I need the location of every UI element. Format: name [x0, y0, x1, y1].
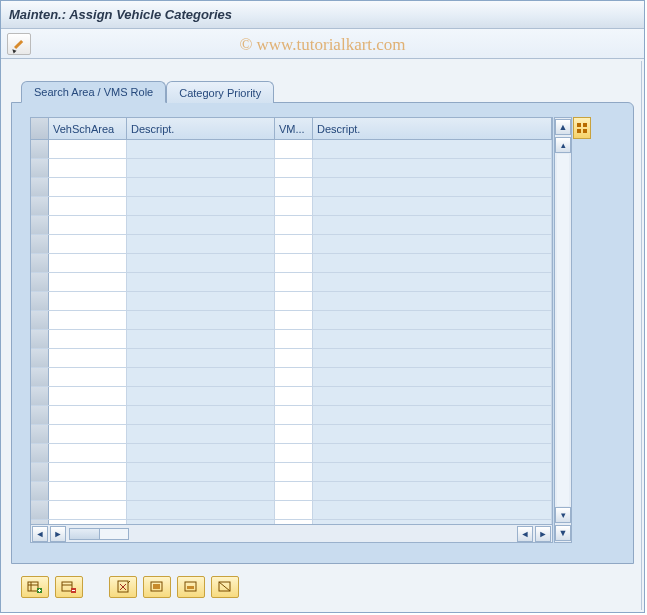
row-selector[interactable] — [31, 368, 49, 386]
cell-vehscharea[interactable] — [49, 216, 127, 234]
table-row[interactable] — [31, 273, 552, 292]
table-row[interactable] — [31, 311, 552, 330]
cell-vmsrole[interactable] — [275, 501, 313, 519]
deselect-all-button[interactable] — [211, 576, 239, 598]
cell-vehscharea[interactable] — [49, 368, 127, 386]
cell-vehscharea[interactable] — [49, 311, 127, 329]
table-row[interactable] — [31, 501, 552, 520]
cell-vehscharea[interactable] — [49, 425, 127, 443]
cell-vmsrole[interactable] — [275, 330, 313, 348]
col-header-vehscharea[interactable]: VehSchArea — [49, 118, 127, 139]
cell-vmsrole[interactable] — [275, 387, 313, 405]
cell-vmsrole[interactable] — [275, 292, 313, 310]
v-scroll-track[interactable] — [557, 154, 569, 506]
cell-vmsrole[interactable] — [275, 178, 313, 196]
scroll-down-button[interactable]: ▼ — [555, 525, 571, 541]
col-header-vmsrole[interactable]: VM... — [275, 118, 313, 139]
cell-vmsrole[interactable] — [275, 444, 313, 462]
row-selector[interactable] — [31, 406, 49, 424]
table-row[interactable] — [31, 406, 552, 425]
cell-vmsrole[interactable] — [275, 311, 313, 329]
cell-vehscharea[interactable] — [49, 273, 127, 291]
cell-vmsrole[interactable] — [275, 235, 313, 253]
cell-vehscharea[interactable] — [49, 140, 127, 158]
table-row[interactable] — [31, 368, 552, 387]
scroll-right-step-button[interactable]: ► — [50, 526, 66, 542]
table-row[interactable] — [31, 197, 552, 216]
scroll-down-step-button[interactable]: ▾ — [555, 507, 571, 523]
row-selector[interactable] — [31, 292, 49, 310]
h-scroll-track[interactable] — [69, 528, 129, 540]
row-selector[interactable] — [31, 425, 49, 443]
cell-vmsrole[interactable] — [275, 140, 313, 158]
cell-vmsrole[interactable] — [275, 368, 313, 386]
delete-button[interactable] — [109, 576, 137, 598]
select-block-button[interactable] — [177, 576, 205, 598]
row-selector[interactable] — [31, 311, 49, 329]
cell-vehscharea[interactable] — [49, 254, 127, 272]
cell-vehscharea[interactable] — [49, 178, 127, 196]
scroll-right-end-button[interactable]: ► — [535, 526, 551, 542]
cell-vehscharea[interactable] — [49, 235, 127, 253]
cell-vehscharea[interactable] — [49, 463, 127, 481]
cell-vmsrole[interactable] — [275, 406, 313, 424]
col-header-descript2[interactable]: Descript. — [313, 118, 552, 139]
cell-vmsrole[interactable] — [275, 463, 313, 481]
scroll-left-end-button[interactable]: ◄ — [517, 526, 533, 542]
table-row[interactable] — [31, 178, 552, 197]
row-selector[interactable] — [31, 216, 49, 234]
cell-vehscharea[interactable] — [49, 330, 127, 348]
table-row[interactable] — [31, 216, 552, 235]
tab-category-priority[interactable]: Category Priority — [166, 81, 274, 103]
row-selector[interactable] — [31, 349, 49, 367]
table-row[interactable] — [31, 425, 552, 444]
cell-vehscharea[interactable] — [49, 349, 127, 367]
copy-as-button[interactable] — [55, 576, 83, 598]
col-header-descript1[interactable]: Descript. — [127, 118, 275, 139]
cell-vmsrole[interactable] — [275, 216, 313, 234]
h-scroll-thumb[interactable] — [70, 529, 100, 539]
row-selector[interactable] — [31, 254, 49, 272]
new-entries-button[interactable] — [21, 576, 49, 598]
cell-vmsrole[interactable] — [275, 197, 313, 215]
scroll-left-button[interactable]: ◄ — [32, 526, 48, 542]
table-row[interactable] — [31, 254, 552, 273]
cell-vehscharea[interactable] — [49, 387, 127, 405]
row-selector[interactable] — [31, 482, 49, 500]
table-row[interactable] — [31, 349, 552, 368]
grid-config-button[interactable] — [573, 117, 591, 139]
cell-vmsrole[interactable] — [275, 482, 313, 500]
cell-vehscharea[interactable] — [49, 406, 127, 424]
cell-vmsrole[interactable] — [275, 159, 313, 177]
cell-vmsrole[interactable] — [275, 349, 313, 367]
row-selector[interactable] — [31, 501, 49, 519]
table-row[interactable] — [31, 444, 552, 463]
row-selector[interactable] — [31, 463, 49, 481]
cell-vmsrole[interactable] — [275, 273, 313, 291]
col-header-selector[interactable] — [31, 118, 49, 139]
cell-vehscharea[interactable] — [49, 292, 127, 310]
table-row[interactable] — [31, 482, 552, 501]
scroll-up-button[interactable]: ▲ — [555, 119, 571, 135]
edit-toggle-button[interactable] — [7, 33, 31, 55]
cell-vmsrole[interactable] — [275, 254, 313, 272]
cell-vehscharea[interactable] — [49, 444, 127, 462]
row-selector[interactable] — [31, 178, 49, 196]
select-all-button[interactable] — [143, 576, 171, 598]
horizontal-scrollbar[interactable]: ◄ ► ◄ ► — [31, 524, 552, 542]
scroll-up-step-button[interactable]: ▴ — [555, 137, 571, 153]
row-selector[interactable] — [31, 197, 49, 215]
cell-vehscharea[interactable] — [49, 197, 127, 215]
cell-vehscharea[interactable] — [49, 482, 127, 500]
row-selector[interactable] — [31, 235, 49, 253]
cell-vehscharea[interactable] — [49, 501, 127, 519]
row-selector[interactable] — [31, 330, 49, 348]
table-row[interactable] — [31, 387, 552, 406]
row-selector[interactable] — [31, 387, 49, 405]
table-row[interactable] — [31, 235, 552, 254]
cell-vmsrole[interactable] — [275, 425, 313, 443]
row-selector[interactable] — [31, 159, 49, 177]
tab-search-area[interactable]: Search Area / VMS Role — [21, 81, 166, 103]
table-row[interactable] — [31, 330, 552, 349]
row-selector[interactable] — [31, 140, 49, 158]
